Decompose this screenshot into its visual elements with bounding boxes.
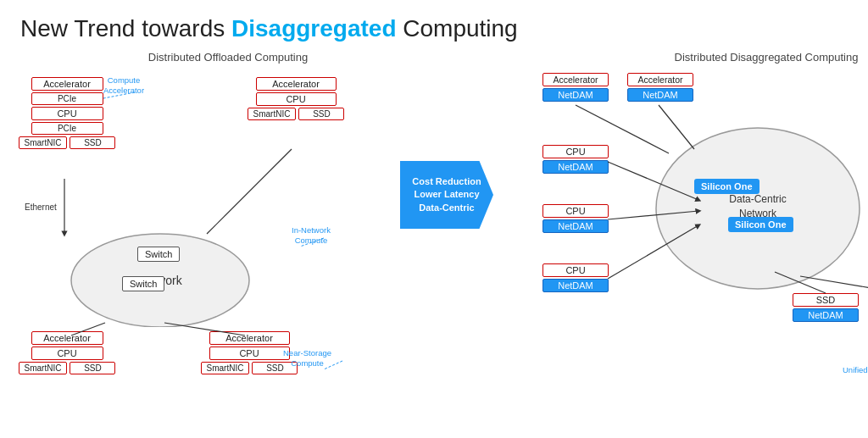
accelerator-box-bl: Accelerator	[31, 331, 103, 345]
silicon-one-2: Silicon One	[728, 217, 793, 232]
annotation-in-network: In-NetworkCompute	[292, 225, 331, 247]
accelerator-box-tl: Accelerator	[31, 77, 103, 91]
slide: New Trend towards Disaggregated Computin…	[0, 0, 868, 438]
cpu-box-br: CPU	[209, 347, 290, 360]
silicon-one-1: Silicon One	[694, 179, 760, 194]
r-cpu-m3: CPU	[542, 263, 609, 277]
left-section: Distributed Offloaded Computing Accelera…	[20, 51, 436, 399]
r-netdam-tl: NetDAM	[542, 88, 609, 102]
content-area: Distributed Offloaded Computing Accelera…	[20, 51, 848, 399]
pcie-box-tl1: PCIe	[31, 92, 103, 105]
r-accelerator-tr: Accelerator	[627, 73, 693, 86]
right-section: Distributed Disaggregated Computing Acce…	[537, 51, 868, 399]
cluster-r-mid-3: CPU NetDAM	[542, 263, 609, 292]
cluster-r-mid-2: CPU NetDAM	[542, 204, 609, 233]
bottom-row-tr: SmartNIC SSD	[248, 108, 345, 120]
smartnic-bl: SmartNIC	[19, 362, 68, 374]
cluster-top-right: Accelerator CPU SmartNIC SSD	[253, 77, 338, 120]
r-netdam-m3: NetDAM	[542, 279, 609, 292]
bottom-row-tl: SmartNIC SSD	[19, 136, 116, 149]
right-section-label: Distributed Disaggregated Computing	[563, 51, 868, 64]
ssd-tr: SSD	[298, 108, 344, 120]
page-title: New Trend towards Disaggregated Computin…	[20, 15, 848, 42]
svg-line-3	[207, 149, 292, 234]
arrow-body: Cost Reduction Lower Latency Data-Centri…	[400, 161, 493, 229]
ssd-tl: SSD	[70, 136, 115, 149]
svg-text:Data-Centric: Data-Centric	[729, 193, 786, 205]
cluster-bottom-left: Accelerator CPU SmartNIC SSD	[29, 331, 105, 374]
r-cpu-m1: CPU	[542, 145, 609, 158]
transition-arrow: Cost Reduction Lower Latency Data-Centri…	[400, 161, 493, 229]
smartnic-br: SmartNIC	[201, 362, 250, 374]
r-netdam-tr: NetDAM	[627, 88, 693, 102]
cluster-top-left: Accelerator PCIe CPU PCIe SmartNIC SSD	[29, 77, 105, 149]
ssd-bl: SSD	[70, 362, 115, 374]
switch-box-2: Switch	[122, 276, 164, 291]
r-accelerator-tl: Accelerator	[542, 73, 609, 86]
data-centric-network-cloud: Data-Centric Network	[648, 111, 868, 306]
ethernet-label: Ethernet	[25, 202, 57, 212]
annotation-near-storage: Near-StorageCompute	[283, 348, 331, 369]
right-inner: Accelerator NetDAM Accelerator NetDAM CP…	[537, 69, 868, 399]
smartnic-tl: SmartNIC	[19, 136, 68, 149]
bottom-row-bl: SmartNIC SSD	[19, 362, 116, 374]
r-netdam-m1: NetDAM	[542, 160, 609, 174]
annotation-compute-accelerator: ComputeAccelerator	[103, 75, 144, 97]
smartnic-tr: SmartNIC	[248, 108, 297, 120]
r-netdam-m2: NetDAM	[542, 219, 609, 233]
pcie-box-tl2: PCIe	[31, 122, 103, 135]
left-section-label: Distributed Offloaded Computing	[20, 51, 436, 64]
r-netdam-ssd: NetDAM	[793, 308, 859, 322]
cpu-box-bl: CPU	[31, 347, 103, 360]
cluster-bottom-right: Accelerator CPU SmartNIC SSD	[207, 331, 292, 374]
accelerator-box-br: Accelerator	[209, 331, 290, 345]
cpu-box-tl: CPU	[31, 107, 103, 120]
cluster-r-mid-1: CPU NetDAM	[542, 145, 609, 174]
r-cpu-m2: CPU	[542, 204, 609, 218]
cluster-r-top-left: Accelerator NetDAM	[542, 73, 609, 102]
switch-box-1: Switch	[137, 247, 180, 262]
accelerator-box-tr: Accelerator	[256, 77, 337, 91]
left-inner: Accelerator PCIe CPU PCIe SmartNIC SSD A…	[20, 69, 436, 399]
cluster-r-top-right: Accelerator NetDAM	[626, 73, 694, 102]
cpu-box-tr: CPU	[256, 92, 337, 106]
annotation-unified-memory: Unified In-Memory Computing	[843, 365, 868, 375]
